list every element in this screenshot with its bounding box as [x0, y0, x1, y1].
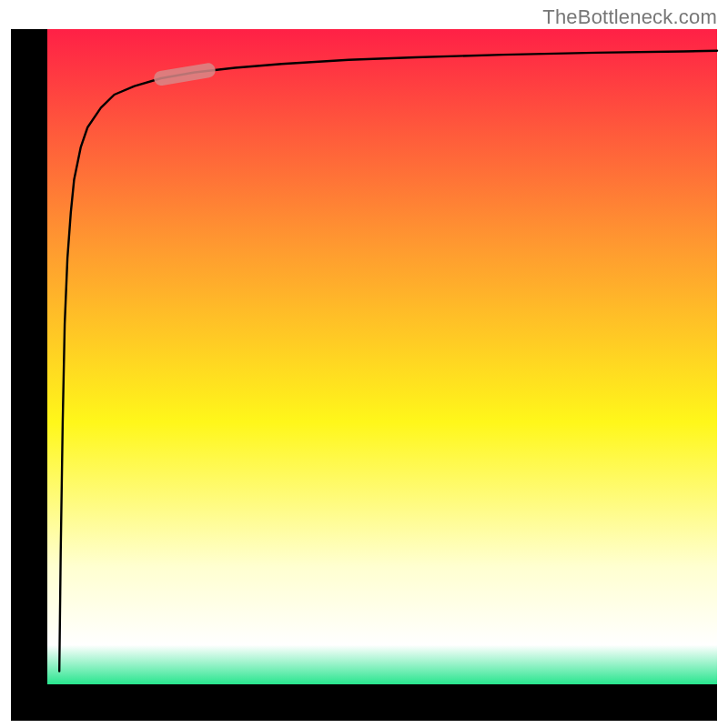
- plot-area: [47, 29, 717, 684]
- attribution-text: TheBottleneck.com: [542, 5, 717, 29]
- bottleneck-chart: [0, 0, 728, 728]
- marker-segment: [161, 70, 208, 78]
